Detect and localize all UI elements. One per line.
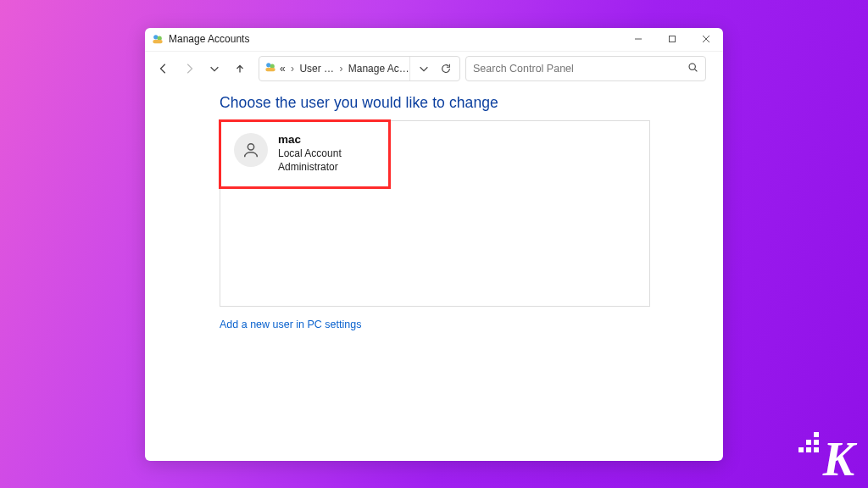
navigation-buttons (152, 57, 252, 80)
page-heading: Choose the user you would like to change (220, 94, 498, 112)
close-button[interactable] (689, 28, 723, 52)
refresh-button[interactable] (436, 57, 456, 80)
svg-rect-4 (670, 36, 676, 42)
watermark-dots (798, 432, 819, 452)
account-name: mac (278, 133, 342, 147)
breadcrumb-segment[interactable]: User … (299, 63, 334, 75)
maximize-button[interactable] (655, 28, 689, 52)
account-type: Local Account (278, 147, 342, 160)
forward-button[interactable] (177, 57, 201, 80)
content-area: Choose the user you would like to change… (145, 86, 723, 461)
user-accounts-icon (264, 61, 276, 75)
desktop-background: Manage Accounts (0, 0, 868, 488)
chevron-right-icon: › (291, 63, 294, 75)
search-placeholder: Search Control Panel (473, 63, 574, 75)
svg-line-11 (695, 69, 698, 71)
svg-point-12 (248, 143, 253, 149)
breadcrumb[interactable]: « › User … › Manage Accou… (280, 63, 409, 75)
search-icon (687, 62, 698, 75)
account-role: Administrator (278, 160, 342, 174)
svg-rect-9 (265, 68, 275, 71)
svg-rect-2 (153, 40, 162, 43)
breadcrumb-root[interactable]: « (280, 63, 286, 75)
address-dropdown-button[interactable] (414, 57, 434, 80)
account-tile[interactable]: mac Local Account Administrator (229, 130, 641, 178)
back-button[interactable] (152, 57, 175, 80)
address-bar[interactable]: « › User … › Manage Accou… (259, 56, 460, 81)
user-accounts-icon (152, 33, 164, 45)
svg-point-10 (689, 64, 695, 69)
minimize-button[interactable] (621, 28, 655, 52)
avatar (234, 133, 268, 167)
watermark-logo: K (823, 435, 854, 483)
add-user-link[interactable]: Add a new user in PC settings (220, 319, 361, 330)
window-controls (621, 28, 723, 52)
search-input[interactable]: Search Control Panel (465, 56, 706, 81)
up-button[interactable] (228, 57, 252, 80)
manage-accounts-window: Manage Accounts (145, 28, 723, 461)
window-title: Manage Accounts (169, 33, 249, 45)
recent-locations-button[interactable] (203, 57, 226, 80)
account-info: mac Local Account Administrator (278, 133, 342, 175)
accounts-list: mac Local Account Administrator (220, 120, 650, 307)
toolbar: « › User … › Manage Accou… Search Contro (145, 52, 723, 86)
breadcrumb-segment[interactable]: Manage Accou… (348, 63, 409, 75)
title-bar: Manage Accounts (145, 28, 723, 52)
chevron-right-icon: › (339, 63, 342, 75)
